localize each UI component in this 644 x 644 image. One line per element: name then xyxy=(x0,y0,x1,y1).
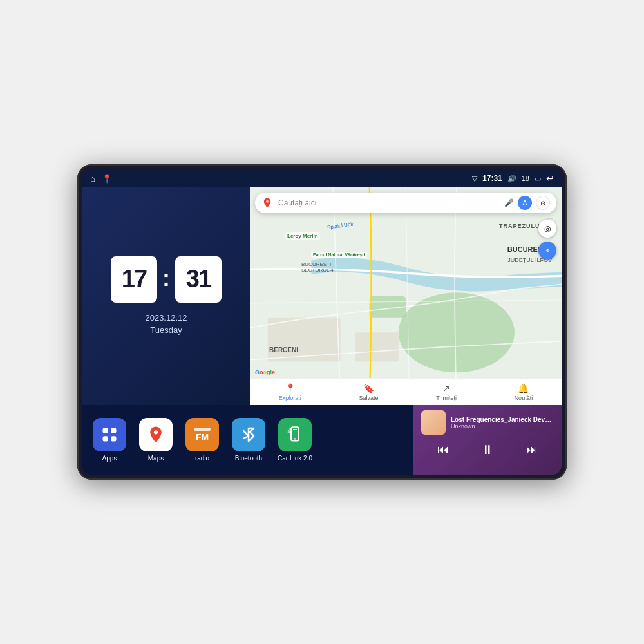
svg-rect-4 xyxy=(355,332,399,361)
saved-icon: 🔖 xyxy=(363,383,374,393)
location-btn[interactable]: ◎ xyxy=(538,220,556,238)
screen: ⌂ 📍 ▽ 17:31 🔊 18 ▭ ↩ 17 : xyxy=(82,169,562,475)
apps-grid-icon xyxy=(100,426,118,444)
signal-icon: ▽ xyxy=(472,175,477,183)
svg-rect-9 xyxy=(111,436,116,441)
radio-icon: FM xyxy=(185,418,219,451)
bluetooth-icon-wrap xyxy=(232,418,265,451)
svg-rect-7 xyxy=(111,428,116,433)
carlink-phone-icon xyxy=(286,426,304,444)
music-text: Lost Frequencies_Janieck Devy-... Unknow… xyxy=(451,416,554,430)
apps-label: Apps xyxy=(102,455,117,462)
app-item-radio[interactable]: FM radio xyxy=(184,418,220,462)
app-item-apps[interactable]: Apps xyxy=(91,418,128,462)
layers-icon[interactable]: ⊙ xyxy=(536,196,550,210)
explore-icon: 📍 xyxy=(285,383,296,393)
app-item-maps[interactable]: Maps xyxy=(138,418,174,462)
next-button[interactable]: ⏭ xyxy=(521,440,543,459)
maps-label: Maps xyxy=(148,455,164,462)
carlink-icon xyxy=(278,418,312,451)
location-icon[interactable]: 📍 xyxy=(102,174,112,184)
news-icon: 🔔 xyxy=(518,383,529,393)
map-label-trapezului: TRAPEZULUI xyxy=(499,223,542,229)
battery-icon: ▭ xyxy=(535,175,541,183)
app-item-carlink[interactable]: Car Link 2.0 xyxy=(277,418,313,462)
map-label-sectorul: BUCUREȘTISECTORUL 4 xyxy=(301,261,334,273)
navigate-btn[interactable]: ⌖ xyxy=(538,242,556,260)
map-nav-saved[interactable]: 🔖 Salvate xyxy=(359,383,379,401)
svg-point-5 xyxy=(266,200,269,203)
carlink-label: Car Link 2.0 xyxy=(278,455,312,462)
map-nav-news[interactable]: 🔔 Noutăți xyxy=(515,383,533,401)
volume-level: 18 xyxy=(522,175,529,182)
map-label-leroy: Leroy Merlin xyxy=(285,232,320,240)
prev-button[interactable]: ⏮ xyxy=(432,440,454,459)
clock-date: 2023.12.12 Tuesday xyxy=(145,312,187,337)
google-logo: Google xyxy=(255,369,275,375)
mic-icon[interactable]: 🎤 xyxy=(504,198,514,207)
google-maps-logo xyxy=(261,197,273,209)
main-content: 17 : 31 2023.12.12 Tuesday xyxy=(82,187,562,475)
svg-rect-0 xyxy=(250,187,562,405)
svg-point-10 xyxy=(154,430,158,434)
app-grid: Apps Maps xyxy=(82,405,413,475)
map-panel[interactable]: TRAPEZULUI BUCUREȘTI JUDEȚUL ILFOV BERCE… xyxy=(250,187,562,405)
account-icon[interactable]: A xyxy=(518,196,532,210)
music-thumb-image xyxy=(421,410,446,435)
car-display-device: ⌂ 📍 ▽ 17:31 🔊 18 ▭ ↩ 17 : xyxy=(77,164,567,480)
map-label-park: Parcul Natural Văcărești xyxy=(311,252,367,258)
bottom-section: Apps Maps xyxy=(82,405,562,475)
play-pause-button[interactable]: ⏸ xyxy=(476,440,499,460)
status-bar: ⌂ 📍 ▽ 17:31 🔊 18 ▭ ↩ xyxy=(82,169,562,187)
apps-icon xyxy=(93,418,126,451)
time-display: 17:31 xyxy=(482,174,502,183)
svg-rect-6 xyxy=(103,428,108,433)
clock-panel: 17 : 31 2023.12.12 Tuesday xyxy=(82,187,250,405)
share-icon: ↗ xyxy=(442,383,450,393)
back-icon[interactable]: ↩ xyxy=(546,173,554,184)
volume-icon: 🔊 xyxy=(507,175,516,183)
music-player: Lost Frequencies_Janieck Devy-... Unknow… xyxy=(413,405,562,475)
clock-display: 17 : 31 xyxy=(111,256,222,303)
map-label-berceni: BERCENI xyxy=(269,346,298,354)
maps-icon xyxy=(139,418,173,451)
map-search-placeholder[interactable]: Căutați aici xyxy=(278,198,499,207)
bluetooth-label: Bluetooth xyxy=(235,455,262,462)
map-search-actions: 🎤 A ⊙ xyxy=(504,196,550,210)
status-left-icons: ⌂ 📍 xyxy=(90,174,112,184)
map-nav-explore[interactable]: 📍 Explorați xyxy=(279,383,301,401)
svg-point-1 xyxy=(399,292,515,372)
svg-rect-8 xyxy=(103,436,108,441)
music-controls: ⏮ ⏸ ⏭ xyxy=(421,439,554,461)
bluetooth-symbol-icon xyxy=(241,426,256,444)
clock-hours: 17 xyxy=(111,256,157,303)
map-controls: ◎ ⌖ xyxy=(538,220,556,260)
radio-label: radio xyxy=(195,455,209,462)
music-title: Lost Frequencies_Janieck Devy-... xyxy=(451,416,554,423)
music-thumbnail xyxy=(421,410,446,435)
status-right-info: ▽ 17:31 🔊 18 ▭ ↩ xyxy=(472,173,554,184)
music-artist: Unknown xyxy=(451,423,554,430)
map-bottom-nav: 📍 Explorați 🔖 Salvate ↗ Trimiteți 🔔 xyxy=(250,378,562,405)
home-icon[interactable]: ⌂ xyxy=(90,174,95,184)
maps-pin-icon xyxy=(146,425,166,444)
music-info: Lost Frequencies_Janieck Devy-... Unknow… xyxy=(421,410,554,435)
app-item-bluetooth[interactable]: Bluetooth xyxy=(231,418,267,462)
map-background xyxy=(250,187,562,405)
clock-colon: : xyxy=(162,265,170,292)
svg-point-12 xyxy=(294,438,296,439)
top-section: 17 : 31 2023.12.12 Tuesday xyxy=(82,187,562,405)
clock-minutes: 31 xyxy=(175,256,222,303)
map-nav-share[interactable]: ↗ Trimiteți xyxy=(436,383,457,401)
map-search-bar[interactable]: Căutați aici 🎤 A ⊙ xyxy=(255,193,556,213)
